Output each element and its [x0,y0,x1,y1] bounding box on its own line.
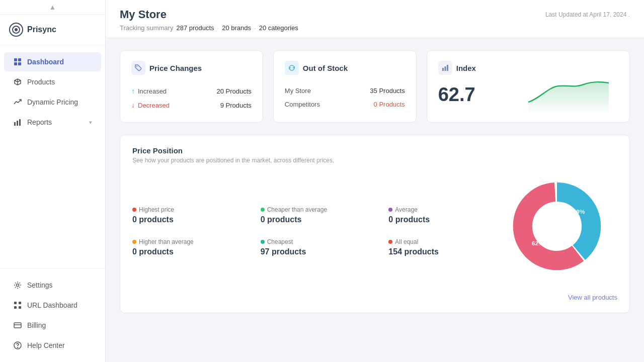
categories-count: 20 categories [259,24,298,32]
my-store-value: 35 Products [370,87,405,95]
index-title: Index [456,64,476,72]
sidebar-item-url-dashboard-label: URL Dashboard [27,301,77,309]
donut-label-39: 39% [573,208,585,215]
sidebar-item-help-center-label: Help Center [27,341,65,349]
sidebar-item-settings-label: Settings [27,281,53,289]
svg-point-1 [15,28,18,31]
my-store-label: My Store [285,87,311,95]
all-equal-dot [388,240,392,244]
sidebar-item-billing-label: Billing [27,321,46,329]
sidebar-item-dynamic-pricing[interactable]: Dynamic Pricing [4,93,101,112]
donut-chart-svg: 39% 62% [507,176,607,277]
stat-higher-than-average: Higher than average 0 products [132,238,251,256]
price-changes-card: Price Changes ↑ Increased 20 Products ↓ … [120,50,263,123]
arrow-up-icon: ↑ [131,87,135,95]
competitors-value: 0 Products [374,101,405,108]
sidebar-item-dashboard[interactable]: Dashboard [4,52,101,71]
cheapest-label: Cheapest [261,238,379,245]
out-of-stock-card: Out of Stock My Store 35 Products Compet… [273,50,417,123]
stat-highest-price: Highest price 0 products [132,206,251,224]
decreased-label: ↓ Decreased [131,101,170,109]
my-store-row: My Store 35 Products [285,84,405,98]
store-title: My Store [120,8,298,21]
average-dot [388,208,392,212]
competitors-label: Competitors [285,101,320,108]
higher-avg-dot [132,240,136,244]
higher-than-average-label: Higher than average [132,238,251,245]
sidebar-item-dashboard-label: Dashboard [27,58,64,66]
svg-rect-4 [14,62,17,65]
svg-point-18 [136,66,137,67]
svg-rect-8 [19,119,21,126]
price-position-subtitle: See how your products are positioned in … [132,157,617,164]
increased-value: 20 Products [216,87,251,95]
main-nav: Dashboard Products Dynamic Pricing [0,45,105,268]
sidebar-item-help-center[interactable]: Help Center [4,336,101,355]
svg-point-17 [18,347,18,348]
sidebar-logo: Prisync [0,15,105,45]
gear-icon [13,281,22,290]
svg-rect-12 [14,306,17,309]
stat-cheaper-than-average: Cheaper than average 0 products [261,206,379,224]
sidebar-item-reports[interactable]: Reports ▾ [4,113,101,132]
sidebar-item-settings[interactable]: Settings [4,276,101,295]
cheaper-than-average-value: 0 products [261,215,379,224]
index-card: Index 62.7 [427,50,630,123]
brands-count: 20 brands [222,24,251,32]
index-value: 62.7 [438,84,528,106]
logo-icon [9,23,23,37]
svg-rect-10 [14,302,17,304]
bar-chart-icon [13,118,22,127]
index-sparkline-container [528,61,618,112]
sidebar-item-products[interactable]: Products [4,72,101,92]
help-circle-icon [13,341,22,350]
highest-price-label: Highest price [132,206,251,213]
price-position-card: Price Position See how your products are… [120,135,630,313]
index-sparkline-svg [528,72,609,112]
main-content: My Store Tracking summary 287 products ·… [106,0,644,362]
svg-rect-5 [18,62,21,65]
price-position-title: Price Position [132,146,617,155]
dashboard-content: Price Changes ↑ Increased 20 Products ↓ … [106,38,644,325]
competitors-row: Competitors 0 Products [285,98,405,111]
sidebar-item-reports-label: Reports [27,118,52,126]
index-left: Index 62.7 [438,61,528,112]
average-value: 0 products [388,215,507,224]
sidebar-item-dynamic-pricing-label: Dynamic Pricing [27,98,78,106]
view-all-products-link[interactable]: View all products [568,294,617,301]
chevron-down-icon: ▾ [89,119,92,126]
credit-card-icon [13,321,22,330]
out-of-stock-header: Out of Stock [285,61,405,75]
increased-row: ↑ Increased 20 Products [131,84,252,98]
index-bar-icon [438,61,452,75]
last-updated: Last Updated at April 17, 2024 . [545,8,630,18]
decreased-row: ↓ Decreased 9 Products [131,98,252,112]
collapse-button[interactable]: ▲ [49,3,56,11]
sidebar-item-products-label: Products [27,78,55,86]
collapse-toggle[interactable]: ▲ [0,0,105,15]
higher-than-average-value: 0 products [132,247,251,256]
cheapest-dot [261,240,265,244]
all-equal-label: All equal [388,238,507,245]
svg-rect-20 [444,66,446,71]
sidebar: ▲ Prisync Dashboard [0,0,106,362]
decreased-value: 9 Products [220,102,252,109]
sidebar-item-url-dashboard[interactable]: URL Dashboard [4,296,101,315]
refresh-icon [285,61,299,75]
svg-point-9 [17,284,19,287]
increased-label: ↑ Increased [131,87,167,95]
tag-icon [131,61,145,75]
svg-rect-19 [442,68,444,71]
all-equal-value: 154 products [388,247,507,256]
donut-chart-container: 39% 62% [507,176,617,287]
arrow-down-icon: ↓ [131,101,135,109]
donut-label-62: 62% [532,240,544,247]
price-changes-title: Price Changes [149,64,202,72]
logo-text: Prisync [27,25,56,34]
tracking-label: Tracking summary [120,24,173,32]
svg-rect-11 [19,302,21,304]
products-count: 287 products [176,24,214,32]
sidebar-item-billing[interactable]: Billing [4,316,101,335]
store-info: My Store Tracking summary 287 products ·… [120,8,298,32]
index-header: Index [438,61,528,75]
